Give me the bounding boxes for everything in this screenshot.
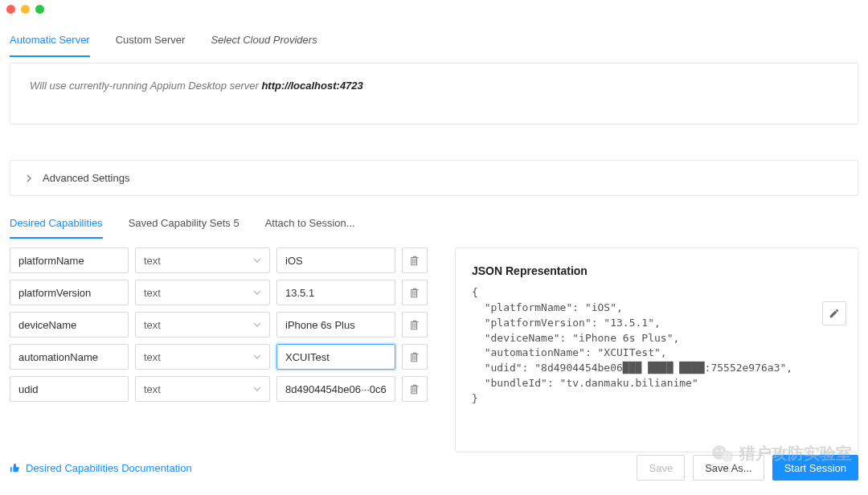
capability-name-input[interactable] [10,280,129,305]
capability-type-select[interactable]: text [135,312,270,338]
server-tab-1[interactable]: Custom Server [116,27,186,57]
json-representation-code: { "platformName": "iOS", "platformVersio… [472,285,841,407]
delete-capability-button[interactable] [402,280,428,305]
save-button: Save [637,455,685,481]
delete-capability-button[interactable] [402,344,428,370]
capabilities-table: texttexttexttexttext [10,248,444,402]
capability-row: text [10,344,444,370]
capability-row: text [10,280,444,305]
capability-tab-0[interactable]: Desired Capabilities [10,211,103,239]
json-representation-panel: JSON Representation { "platformName": "i… [455,248,858,452]
capability-type-select[interactable]: text [135,248,270,273]
capability-value-input[interactable] [276,280,395,305]
capability-name-input[interactable] [10,344,129,370]
capability-name-input[interactable] [10,312,129,338]
trash-icon [409,383,420,395]
footer-actions: Save Save As... Start Session [637,455,858,481]
capability-name-input[interactable] [10,248,129,273]
server-host: http://localhost:4723 [261,80,362,92]
delete-capability-button[interactable] [402,248,428,273]
capability-type-label: text [144,287,161,299]
pencil-icon [829,308,840,319]
capability-row: text [10,312,444,338]
capability-type-label: text [144,383,161,395]
thumbs-up-icon [10,462,21,473]
trash-icon [409,319,420,330]
capability-tab-2[interactable]: Attach to Session... [265,211,355,239]
chevron-down-icon [253,288,261,297]
edit-json-button[interactable] [822,301,846,325]
trash-icon [409,287,420,298]
capability-type-label: text [144,319,161,331]
chevron-down-icon [253,385,261,393]
capability-type-select[interactable]: text [135,280,270,305]
start-session-button[interactable]: Start Session [772,455,858,481]
close-window-icon[interactable] [6,5,15,14]
save-as-button[interactable]: Save As... [693,455,764,481]
docs-link-label: Desired Capabilities Documentation [26,462,192,474]
trash-icon [409,351,420,362]
capability-type-select[interactable]: text [135,344,270,370]
server-tabs: Automatic ServerCustom ServerSelect Clou… [10,27,858,58]
capability-type-select[interactable]: text [135,376,270,402]
window-titlebar [0,0,868,18]
chevron-down-icon [253,256,261,264]
server-info-box: Will use currently-running Appium Deskto… [10,63,858,125]
capability-row: text [10,248,444,273]
server-tab-2[interactable]: Select Cloud Providers [211,27,317,57]
capability-name-input[interactable] [10,376,129,402]
advanced-settings-label: Advanced Settings [43,172,129,184]
minimize-window-icon[interactable] [21,5,30,14]
capability-value-input[interactable] [276,248,395,273]
maximize-window-icon[interactable] [35,5,44,14]
server-tab-0[interactable]: Automatic Server [10,27,90,57]
capability-value-input[interactable] [276,312,395,338]
capability-row: text [10,376,444,402]
json-representation-title: JSON Representation [472,264,841,277]
chevron-down-icon [253,321,261,329]
capability-tabs: Desired CapabilitiesSaved Capability Set… [10,211,858,239]
capability-tab-1[interactable]: Saved Capability Sets 5 [129,211,240,239]
delete-capability-button[interactable] [402,376,428,402]
capability-type-label: text [144,255,161,267]
delete-capability-button[interactable] [402,312,428,338]
trash-icon [409,255,420,266]
chevron-right-icon [25,174,33,182]
capability-type-label: text [144,351,161,363]
advanced-settings-toggle[interactable]: Advanced Settings [10,160,858,196]
server-info-text: Will use currently-running Appium Deskto… [30,80,261,92]
capability-value-input[interactable] [276,376,395,402]
docs-link[interactable]: Desired Capabilities Documentation [10,462,192,474]
capability-value-input[interactable] [276,344,395,370]
chevron-down-icon [253,353,261,361]
